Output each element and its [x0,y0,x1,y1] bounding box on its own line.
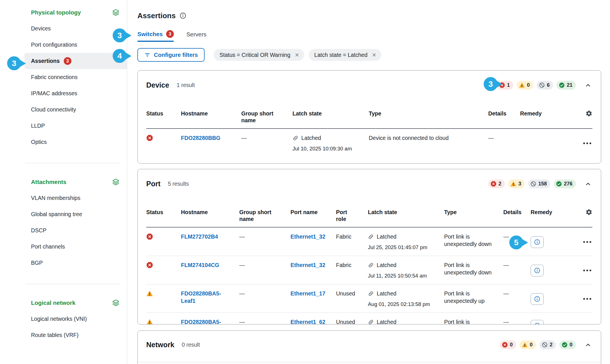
filter-icon [144,52,151,58]
critical-count-pill: 0 [500,340,516,349]
group-cell: — [239,256,290,284]
hostname-cell: FDO28280BBG [181,129,241,157]
actions-cell [564,228,592,256]
latch-state-cell: Latched [368,313,444,324]
close-icon[interactable] [294,52,300,57]
sidebar-item-assertions[interactable]: Assertions 3 [24,53,127,69]
close-icon[interactable] [372,52,377,57]
hostname-link[interactable]: FDO28280BA5-Leaf1 [181,290,229,305]
tab-label: Switches [137,31,163,38]
chevron-up-icon [585,181,592,187]
healthy-count-pill: 21 [557,81,576,90]
filters-bar: Configure filters Status = Critical OR W… [137,48,601,62]
row-actions-button[interactable] [583,239,592,245]
column-header-status: Status [146,201,181,228]
card-title: Network [146,341,174,349]
column-settings-button[interactable] [586,110,592,117]
callout-device-counts: 3 [484,77,498,91]
hostname-link[interactable]: FLM272702B4 [181,233,218,240]
sidebar-item-label: Devices [31,25,51,32]
row-actions-button[interactable] [583,323,592,324]
sidebar-item-route-tables-vrf[interactable]: Route tables (VRF) [0,327,127,343]
column-header-port-role: Port role [336,201,368,228]
sidebar-item-label: Port channels [31,243,65,250]
filter-chip-status[interactable]: Status = Critical OR Warning [214,49,304,61]
column-settings-button[interactable] [586,209,592,216]
latch-state-label: Latched [301,134,321,142]
critical-status-icon [146,262,153,268]
filter-chip-latch-state[interactable]: Latch state = Latched [309,49,381,61]
sidebar-item-port-channels[interactable]: Port channels [0,239,127,255]
sidebar-item-lldp[interactable]: LLDP [0,118,127,134]
sidebar-item-label: Logical networks (VNI) [31,316,87,322]
hostname-link[interactable]: FDO28280BA5-Leaf1 [181,318,229,324]
info-icon [534,239,540,245]
network-card-header: Network 0 result 0 0 2 0 [138,331,601,357]
link-icon [368,262,374,268]
layers-icon [112,9,119,16]
sidebar-item-fabric-connections[interactable]: Fabric connections [0,69,127,85]
port-name-link[interactable]: Ethernet1_17 [290,290,325,297]
row-actions-button[interactable] [583,141,592,146]
remedy-cell [531,256,564,284]
column-header-latch-state: Latch state [292,103,369,129]
tab-servers[interactable]: Servers [186,31,207,42]
link-icon [368,234,374,240]
port-name-link[interactable]: Ethernet1_32 [290,233,325,240]
sidebar-item-label: LLDP [31,123,45,129]
network-card: Network 0 result 0 0 2 0 [137,330,601,364]
column-header-remedy: Remedy [531,201,564,228]
sidebar-item-dscp[interactable]: DSCP [0,222,127,239]
warning-count-pill: 0 [520,340,536,349]
port-name-link[interactable]: Ethernet1_32 [290,261,325,269]
collapse-button[interactable] [584,341,592,349]
remedy-cell [531,313,564,324]
info-icon[interactable] [180,12,186,19]
row-actions-button[interactable] [583,296,592,301]
sidebar-item-devices[interactable]: Devices [0,20,127,37]
warning-icon [510,181,516,187]
result-count: 1 result [177,82,195,88]
sidebar-item-optics[interactable]: Optics [0,134,127,150]
remedy-cell [531,284,564,313]
sidebar: Physical topology Devices Port configura… [0,0,127,364]
configure-filters-button[interactable]: Configure filters [137,48,205,62]
critical-status-icon [146,233,153,240]
sidebar-item-global-spanning-tree[interactable]: Global spanning tree [0,206,127,222]
latch-state-cell: Latched Jul 11, 2025 10:50:54 am [368,256,444,284]
sidebar-item-bgp[interactable]: BGP [0,255,127,271]
sidebar-item-cloud-connectivity[interactable]: Cloud connectivity [0,102,127,118]
column-header-settings [552,103,592,129]
remedy-info-button[interactable] [531,236,544,248]
card-title: Device [146,81,169,89]
device-card: Device 1 result 1 0 6 21 Status Hostname… [137,70,601,164]
port-name-link[interactable]: Ethernet1_62 [290,318,325,324]
collapse-button[interactable] [584,81,592,90]
link-icon [368,319,374,325]
hostname-link[interactable]: FDO28280BBG [181,134,220,142]
remedy-info-button[interactable] [531,320,544,325]
collapse-button[interactable] [584,180,592,188]
hostname-link[interactable]: FLM274104CG [181,261,219,269]
remedy-info-button[interactable] [531,265,544,276]
sidebar-item-label: Optics [31,139,47,145]
group-cell: — [241,129,292,157]
sidebar-item-vlan-memberships[interactable]: VLAN memberships [0,190,127,206]
row-actions-button[interactable] [583,268,592,273]
check-icon [556,181,562,187]
sidebar-item-port-configurations[interactable]: Port configurations [0,37,127,53]
sidebar-item-label: Cloud connectivity [31,106,76,113]
remedy-cell [531,228,564,256]
latch-state-label: Latched [377,318,396,324]
critical-icon [491,181,496,187]
sidebar-item-label: Assertions [31,58,60,64]
warning-count-pill: 3 [508,179,525,188]
sidebar-item-ip-mac-addresses[interactable]: IP/MAC addresses [0,85,127,102]
port-name-cell: Ethernet1_62 [290,313,336,324]
sidebar-section-header: Logical network [0,297,127,309]
tab-switches[interactable]: Switches 3 [137,30,174,42]
sidebar-item-logical-networks-vni[interactable]: Logical networks (VNI) [0,311,127,327]
remedy-info-button[interactable] [531,293,544,305]
info-icon [534,322,540,324]
critical-icon [502,342,508,348]
